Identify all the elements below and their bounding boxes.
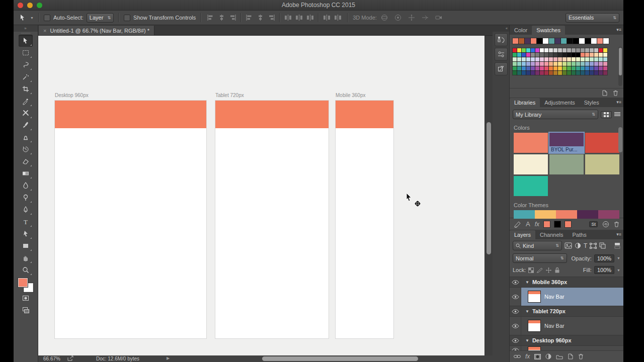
new-swatch-icon[interactable] [602, 90, 608, 96]
swatch[interactable] [517, 62, 521, 66]
visibility-toggle[interactable] [510, 317, 521, 335]
filter-adjustment-layers-icon[interactable] [575, 242, 581, 249]
panel-menu-icon[interactable]: ▾≡ [616, 27, 621, 32]
swatch[interactable] [522, 48, 526, 52]
swatch[interactable] [558, 62, 562, 66]
recent-swatch[interactable] [525, 38, 530, 44]
swatch[interactable] [513, 66, 517, 70]
distribute-horizontal-centers-icon[interactable] [333, 13, 343, 22]
swatch[interactable] [576, 62, 580, 66]
swatch[interactable] [585, 62, 589, 66]
swatch[interactable] [544, 53, 548, 57]
recent-swatch[interactable] [567, 38, 573, 44]
swatch[interactable] [540, 48, 544, 52]
grid-view-button[interactable] [601, 111, 612, 118]
auto-select-checkbox[interactable] [44, 15, 50, 21]
swatch[interactable] [522, 57, 526, 61]
recent-swatch[interactable] [573, 38, 579, 44]
theme-swatch[interactable] [556, 210, 577, 219]
swatch[interactable] [535, 48, 539, 52]
swatch[interactable] [549, 71, 553, 75]
distribute-left-edges-icon[interactable] [322, 13, 332, 22]
swatch[interactable] [522, 53, 526, 57]
swatch[interactable] [522, 62, 526, 66]
swatch[interactable] [599, 62, 603, 66]
swatch[interactable] [553, 53, 557, 57]
swatch[interactable] [517, 48, 521, 52]
swatch[interactable] [558, 71, 562, 75]
swatch[interactable] [590, 53, 594, 57]
visibility-toggle[interactable] [510, 288, 521, 306]
stock-icon[interactable]: St [589, 221, 598, 227]
swatch[interactable] [576, 66, 580, 70]
lock-transparency-icon[interactable] [528, 267, 534, 273]
swatch[interactable] [572, 57, 576, 61]
swatch[interactable] [526, 71, 530, 75]
recent-swatch[interactable] [519, 38, 524, 44]
swatch[interactable] [567, 62, 571, 66]
swatch[interactable] [603, 48, 607, 52]
libraries-scrollbar-thumb[interactable] [618, 127, 622, 152]
swatch[interactable] [544, 57, 548, 61]
swatch[interactable] [594, 71, 598, 75]
workspace-dropdown[interactable]: Essentials ⇅ [566, 13, 619, 23]
tool-preset-caret-icon[interactable]: ▼ [30, 16, 34, 20]
close-tab-icon[interactable]: × [43, 28, 46, 34]
delete-swatch-icon[interactable] [613, 90, 618, 96]
swatch[interactable] [513, 62, 517, 66]
swatch[interactable] [522, 66, 526, 70]
nav-bar-shape[interactable] [55, 101, 206, 128]
recent-swatch[interactable] [513, 38, 518, 44]
swatch[interactable] [517, 57, 521, 61]
swatch[interactable] [567, 57, 571, 61]
align-horizontal-centers-icon[interactable] [217, 13, 226, 22]
swatch[interactable] [567, 53, 571, 57]
layer-mask-icon[interactable] [534, 354, 541, 359]
notes-panel-button[interactable] [495, 62, 508, 75]
recent-swatch[interactable] [585, 38, 591, 44]
swatch[interactable] [513, 53, 517, 57]
swatch[interactable] [576, 48, 580, 52]
swatch[interactable] [594, 66, 598, 70]
swatch[interactable] [576, 71, 580, 75]
swatch[interactable] [531, 62, 535, 66]
library-color-tile[interactable] [514, 154, 548, 174]
layer-row[interactable]: Nav Bar [510, 317, 623, 335]
swatch[interactable] [572, 48, 576, 52]
foreground-chip[interactable] [544, 221, 550, 227]
nav-bar-shape[interactable] [336, 101, 393, 128]
distribute-top-edges-icon[interactable] [283, 13, 293, 22]
swatch[interactable] [549, 62, 553, 66]
tool-move-button[interactable] [19, 35, 33, 47]
auto-select-target-dropdown[interactable]: Layer ⇅ [87, 13, 114, 23]
swatch[interactable] [526, 53, 530, 57]
swatch[interactable] [540, 71, 544, 75]
tab-styles[interactable]: Styles [580, 98, 604, 107]
filter-toggle-icon[interactable] [614, 242, 620, 249]
3d-roll-icon[interactable] [393, 13, 403, 22]
recent-swatch[interactable] [603, 38, 609, 44]
swatch[interactable] [585, 53, 589, 57]
distribute-bottom-edges-icon[interactable] [305, 13, 315, 22]
document-tab[interactable]: × Untitled-1 @ 66.7% (Nav Bar, RGB/8#) * [39, 26, 154, 35]
tool-blur-button[interactable] [19, 179, 33, 192]
layer-group-row[interactable]: ▼Desktop 960px [510, 335, 623, 346]
swatch[interactable] [517, 71, 521, 75]
align-left-edges-icon[interactable] [206, 13, 215, 22]
swatch[interactable] [549, 57, 553, 61]
swatch[interactable] [531, 71, 535, 75]
swatch[interactable] [553, 71, 557, 75]
visibility-toggle[interactable] [510, 346, 521, 350]
swatch[interactable] [603, 66, 607, 70]
swatch[interactable] [603, 57, 607, 61]
align-bottom-edges-icon[interactable] [267, 13, 276, 22]
quick-mask-button[interactable] [19, 292, 33, 304]
doc-size-info[interactable]: Doc: 12.6M/0 bytes [96, 356, 139, 361]
tool-hand-button[interactable] [19, 252, 33, 264]
swatch[interactable] [535, 66, 539, 70]
recent-swatch[interactable] [543, 38, 548, 44]
panels-collapse-button[interactable]: « [493, 25, 509, 32]
distribute-vertical-centers-icon[interactable] [294, 13, 304, 22]
swatch[interactable] [581, 57, 585, 61]
swatches-scrollbar[interactable] [618, 47, 622, 86]
